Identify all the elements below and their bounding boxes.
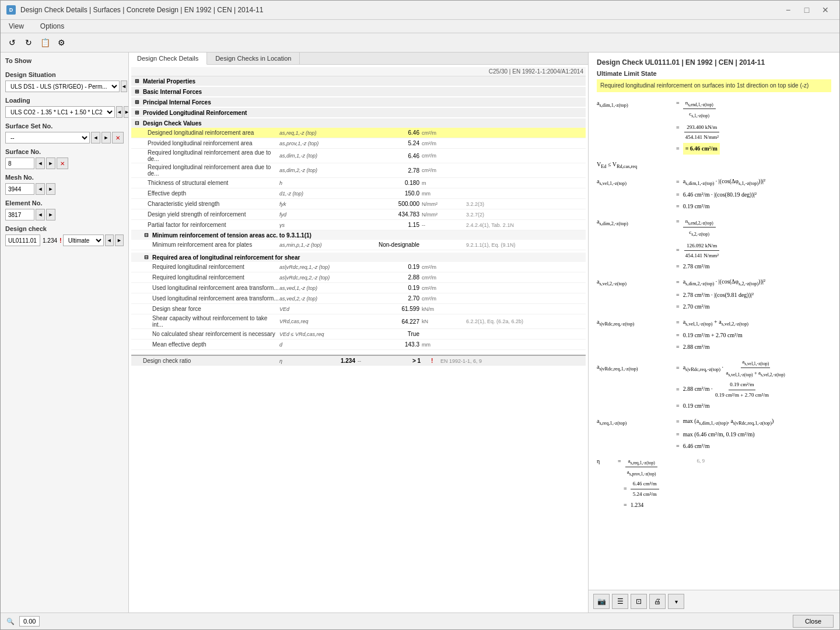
math-num-1: ns,end,1,-z(top) <box>683 98 716 109</box>
ratio-value: 1.234 <box>309 358 355 364</box>
math-eq-1b: = <box>676 123 680 133</box>
toolbar-btn-4[interactable]: ⚙ <box>54 36 68 50</box>
mesh-no-input[interactable] <box>5 183 34 195</box>
table-row: Provided longitudinal reinforcement area… <box>131 138 586 149</box>
rt-btn-table[interactable]: ⊡ <box>631 594 647 609</box>
section-shear[interactable]: ⊟ Required area of longitudinal reinforc… <box>131 253 586 262</box>
row-value-5: 150.0 <box>373 190 419 197</box>
loading-next-btn[interactable]: ► <box>124 106 129 118</box>
design-situation-dropdown[interactable]: ULS DS1 - ULS (STR/GEO) - Perm... <box>5 80 120 92</box>
minimize-button[interactable]: − <box>780 4 796 16</box>
math-eq-vrdc1: = <box>676 363 680 373</box>
toolbar-btn-3[interactable]: 📋 <box>38 36 52 50</box>
section-provided-long[interactable]: ⊞ Provided Longitudinal Reinforcement <box>131 108 586 117</box>
ss-prev-btn[interactable]: ◄ <box>91 132 100 144</box>
math-lhs-req1: as,req,1,-z(top) <box>597 416 673 428</box>
row-unit-2: cm²/m <box>419 153 466 159</box>
row-value-8: 1.15 <box>373 222 419 228</box>
row-unit-1: cm²/m <box>419 141 466 146</box>
design-check-ratio: 1.234 <box>41 237 58 244</box>
math-lhs-1: as,dim,1,-z(top) <box>597 98 673 110</box>
surface-set-label: Surface Set No. <box>5 123 124 130</box>
rt-btn-image[interactable]: 📷 <box>593 594 610 609</box>
sn-next-btn[interactable]: ► <box>46 158 55 169</box>
sn-prev-btn[interactable]: ◄ <box>36 158 45 169</box>
table-row: Shear capacity without reinforcement to … <box>131 314 586 329</box>
toolbar-btn-1[interactable]: ↺ <box>5 36 19 50</box>
math-rhs-vel2: as,dim,2,-z(top) · |(cos(Δφs,2,-z(top)))… <box>683 276 765 289</box>
math-result-2: 2.78 cm²/m <box>683 261 710 272</box>
loading-prev-btn[interactable]: ◄ <box>116 106 123 118</box>
sn-clear-btn[interactable]: ✕ <box>57 158 68 169</box>
loading-dropdown[interactable]: ULS CO2 - 1.35 * LC1 + 1.50 * LC2 <box>5 106 115 118</box>
row-unit-3: cm²/m <box>419 167 466 173</box>
row-unit-6: N/mm² <box>419 201 466 207</box>
surface-set-dropdown[interactable]: -- <box>5 132 90 144</box>
menu-view[interactable]: View <box>5 21 27 32</box>
math-rhs-req1b: max (6.46 cm²/m, 0.19 cm²/m) <box>683 429 755 440</box>
table-row: Required longitudinal reinforcement area… <box>131 163 586 178</box>
design-check-input[interactable] <box>5 235 40 246</box>
mesh-no-label: Mesh No. <box>5 174 124 181</box>
math-result-eta: 1.234 <box>631 500 644 510</box>
maximize-button[interactable]: □ <box>799 4 815 16</box>
math-eq-2b: = <box>676 245 680 256</box>
row-name-4: Thickness of structural element <box>134 180 279 186</box>
section-basic-forces[interactable]: ⊞ Basic Internal Forces <box>131 87 586 96</box>
row-value-6: 500.000 <box>373 201 419 207</box>
section-material-props[interactable]: ⊞ Material Properties <box>131 76 586 86</box>
design-check-type-dropdown[interactable]: Ultimate Li... <box>63 235 104 246</box>
table-row: Designed longitudinal reinforcement area… <box>131 128 586 138</box>
section-principal-label: Principal Internal Forces <box>143 99 211 106</box>
surface-no-input[interactable] <box>5 158 34 169</box>
table-row: Required longitudinal reinforcement area… <box>131 149 586 163</box>
section-material-label: Material Properties <box>143 78 195 85</box>
element-no-input[interactable] <box>5 209 34 220</box>
row-name-3: Required longitudinal reinforcement area… <box>134 164 279 177</box>
math-den-2b: 454.141 N/mm² <box>683 251 721 260</box>
rt-btn-print[interactable]: 🖨 <box>649 594 666 609</box>
design-check-warning-icon: ! <box>60 237 62 244</box>
mn-prev-btn[interactable]: ◄ <box>36 183 45 195</box>
section-min-reinf[interactable]: ⊟ Minimum reinforcement of tension areas… <box>131 230 586 240</box>
tab-design-check-details[interactable]: Design Check Details <box>129 52 207 65</box>
math-eq-vrdc1b: = <box>676 384 680 395</box>
row-value-4: 0.180 <box>373 180 419 186</box>
min-reinf-symbol: as,min,p,1,-z (top) <box>279 242 373 248</box>
dc-prev-btn[interactable]: ◄ <box>105 235 114 246</box>
section-design-check-values[interactable]: ⊟ Design Check Values <box>131 118 586 128</box>
row-ref-6: 3.2.2(3) <box>466 201 583 207</box>
expand-material-icon: ⊞ <box>134 78 141 85</box>
math-rhs-vrdc1b: 2.88 cm²/m · 0.19 cm²/m 0.19 cm²/m + 2.7… <box>683 380 770 399</box>
row-symbol-4: h <box>279 180 373 186</box>
rt-btn-dropdown[interactable]: ▾ <box>668 594 684 609</box>
table-row: Used longitudinal reinforcement area tra… <box>131 293 586 304</box>
section-dcv-label: Design Check Values <box>143 120 202 127</box>
close-button[interactable]: Close <box>793 615 834 628</box>
en-next-btn[interactable]: ► <box>46 209 55 220</box>
table-row: Thickness of structural element h 0.180 … <box>131 178 586 188</box>
ss-next-btn[interactable]: ► <box>102 132 111 144</box>
math-rhs-vrdc1: as|vRdc,req,-z(top) · as,vel,1,-z(top) a… <box>683 357 786 379</box>
row-value-3: 2.78 <box>373 167 419 174</box>
mn-next-btn[interactable]: ► <box>46 183 55 195</box>
rt-btn-list[interactable]: ☰ <box>612 594 628 609</box>
ss-clear-btn[interactable]: ✕ <box>112 132 124 144</box>
section-principal-forces[interactable]: ⊞ Principal Internal Forces <box>131 97 586 107</box>
uls-title: Ultimate Limit State <box>597 70 831 77</box>
tab-design-checks-location[interactable]: Design Checks in Location <box>207 52 300 64</box>
shear-section-label: Required area of longitudinal reinforcem… <box>152 254 300 261</box>
math-rhs-req1: max (as,dim,1,-z(top), as|vRdc,req,1,-z(… <box>683 416 774 428</box>
window-close-button[interactable]: ✕ <box>817 4 834 16</box>
en-prev-btn[interactable]: ◄ <box>36 209 45 220</box>
math-eq-vel1c: = <box>676 201 680 212</box>
ds-prev-btn[interactable]: ◄ <box>121 80 127 92</box>
math-vrd-condition: VEd ≤ VRd,cas,req <box>597 161 637 167</box>
dc-next-btn[interactable]: ► <box>115 235 124 246</box>
ratio-label: Design check ratio <box>134 358 279 364</box>
table-row: Minimum reinforcement area for plates as… <box>131 240 586 250</box>
toolbar-btn-2[interactable]: ↻ <box>22 36 36 50</box>
math-eq-req1: = <box>676 416 680 427</box>
material-label: C25/30 | EN 1992-1-1:2004/A1:2014 <box>489 68 583 75</box>
menu-options[interactable]: Options <box>37 21 68 32</box>
